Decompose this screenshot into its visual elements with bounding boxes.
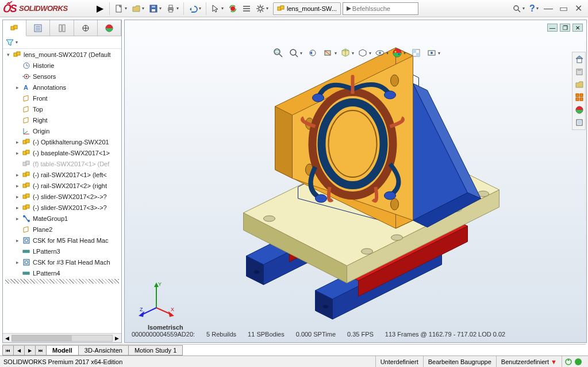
- options-button[interactable]: [240, 2, 253, 16]
- appearance-scene-icon[interactable]: [391, 46, 406, 60]
- view-orientation-icon[interactable]: [340, 46, 355, 60]
- tree-item[interactable]: ▸MateGroup1: [3, 213, 121, 224]
- tree-root[interactable]: ▾lens_mount-SWX2017 (Default: [3, 49, 121, 60]
- tree-item[interactable]: ▸AAnnotations: [3, 82, 121, 93]
- save-button[interactable]: [147, 2, 163, 16]
- tree-item[interactable]: Top: [3, 104, 121, 114]
- svg-rect-66: [26, 205, 29, 208]
- part-icon: [22, 192, 31, 201]
- svg-point-134: [391, 75, 399, 86]
- tree-item[interactable]: Sensors: [3, 71, 121, 82]
- taskpane-appearance-icon[interactable]: [574, 104, 585, 116]
- svg-rect-12: [243, 6, 250, 7]
- graphics-viewport[interactable]: — ❐ ✕: [124, 20, 587, 343]
- tree-item[interactable]: Plane2: [3, 224, 121, 235]
- close-button[interactable]: ✕: [571, 2, 586, 16]
- fm-tab-tree[interactable]: [3, 20, 26, 36]
- undo-button[interactable]: [187, 2, 203, 16]
- zoom-area-icon[interactable]: [288, 46, 303, 60]
- document-tab[interactable]: lens_mount-SW...: [273, 2, 341, 15]
- tree-item[interactable]: ▸CSK for M5 Flat Head Mac: [3, 235, 121, 246]
- tab-nav-last[interactable]: ⏭: [35, 345, 47, 355]
- status-flag-icon[interactable]: [574, 358, 582, 366]
- display-style-icon[interactable]: [357, 46, 372, 60]
- tree-item[interactable]: ▸CSK for #3 Flat Head Mach: [3, 257, 121, 267]
- tree-item[interactable]: ▸(-) baseplate-SWX2017<1>: [3, 147, 121, 158]
- expand-menu-button[interactable]: ▶: [94, 2, 106, 16]
- tree-item[interactable]: LPattern4: [3, 267, 121, 278]
- previous-view-icon[interactable]: [305, 46, 320, 60]
- new-button[interactable]: [113, 2, 129, 16]
- fm-tab-config[interactable]: [50, 20, 74, 36]
- zoom-fit-icon[interactable]: [271, 46, 286, 60]
- tree-item[interactable]: ▸(-) rail-SWX2017<2> (right: [3, 180, 121, 191]
- status-sptime: 0.000 SPTime: [296, 331, 336, 338]
- tree-item[interactable]: (f) table-SWX2017<1> (Def: [3, 158, 121, 169]
- view-label: Isometrisch: [148, 324, 183, 331]
- tree-item[interactable]: ▸(-) Optikhalterung-SWX201: [3, 136, 121, 147]
- fm-tab-dim[interactable]: [74, 20, 98, 36]
- minimize-button[interactable]: —: [541, 2, 556, 16]
- bottom-tab-modell[interactable]: Modell: [46, 345, 79, 355]
- svg-rect-25: [280, 6, 284, 9]
- svg-rect-62: [26, 183, 29, 186]
- taskpane-view-icon[interactable]: [574, 91, 585, 103]
- command-search-input[interactable]: [352, 5, 416, 12]
- tree-item[interactable]: Historie: [3, 60, 121, 71]
- settings-button[interactable]: [254, 2, 270, 16]
- svg-line-80: [279, 54, 282, 57]
- tree-item[interactable]: ▸(-) slider-SWX2017<2>->?: [3, 191, 121, 202]
- fm-tab-property[interactable]: [26, 20, 50, 36]
- status-rebuild-icon[interactable]: [564, 358, 572, 366]
- orientation-triad[interactable]: Y X Z: [136, 279, 176, 319]
- tree-item[interactable]: ▸(-) slider-SWX2017<3>->?: [3, 202, 121, 213]
- tree-item[interactable]: ▸(-) rail-SWX2017<1> (left<: [3, 169, 121, 180]
- tree-item[interactable]: LPattern3: [3, 246, 121, 257]
- feature-manager-panel: ▾ ▾lens_mount-SWX2017 (DefaultHistorieSe…: [2, 20, 122, 343]
- open-button[interactable]: [130, 2, 146, 16]
- section-view-icon[interactable]: [322, 46, 337, 60]
- svg-rect-60: [26, 172, 29, 175]
- rebuild-button[interactable]: [226, 2, 239, 16]
- command-search[interactable]: [343, 2, 418, 15]
- bottom-tab-3d[interactable]: 3D-Ansichten: [78, 345, 129, 355]
- task-pane: [572, 52, 586, 130]
- taskpane-home-icon[interactable]: [574, 53, 585, 65]
- tree-item[interactable]: Front: [3, 93, 121, 104]
- maximize-button[interactable]: ▭: [556, 2, 571, 16]
- bottom-tab-motion[interactable]: Motion Study 1: [128, 345, 183, 355]
- plane-icon: [22, 94, 31, 103]
- svg-point-106: [254, 270, 260, 274]
- app-logo: ỐS SOLIDWORKS: [2, 2, 93, 16]
- feature-tree[interactable]: ▾lens_mount-SWX2017 (DefaultHistorieSens…: [3, 49, 121, 333]
- fm-tab-appearance[interactable]: [98, 20, 121, 36]
- svg-point-10: [230, 6, 235, 11]
- main-search-button[interactable]: [510, 2, 526, 16]
- filter-icon[interactable]: [5, 38, 14, 47]
- svg-point-99: [431, 52, 433, 54]
- tab-nav-prev[interactable]: ◀: [13, 345, 25, 355]
- taskpane-custom-icon[interactable]: [574, 117, 585, 128]
- view-settings-icon[interactable]: [409, 46, 424, 60]
- svg-marker-8: [190, 7, 191, 11]
- print-button[interactable]: [164, 2, 180, 16]
- status-units[interactable]: Benutzerdefiniert ▼: [496, 356, 562, 367]
- status-edit-mode: Bearbeiten Baugruppe: [423, 356, 496, 367]
- select-button[interactable]: [209, 2, 225, 16]
- render-icon[interactable]: [426, 46, 441, 60]
- help-button[interactable]: ?: [528, 2, 540, 16]
- tab-nav-first[interactable]: ⏮: [2, 345, 14, 355]
- tab-nav-next[interactable]: ▶: [24, 345, 36, 355]
- tree-item[interactable]: Right: [3, 114, 121, 125]
- taskpane-library-icon[interactable]: [574, 66, 585, 78]
- assembly-icon: [13, 50, 22, 59]
- tree-item[interactable]: Origin: [3, 125, 121, 136]
- hide-show-icon[interactable]: [374, 46, 389, 60]
- part-icon: [22, 170, 31, 179]
- window-controls: — ▭ ✕: [541, 2, 586, 16]
- plane-icon: [22, 225, 31, 234]
- tree-scrollbar[interactable]: ◀▶: [3, 333, 121, 342]
- svg-rect-30: [14, 25, 17, 29]
- taskpane-explorer-icon[interactable]: [574, 79, 585, 90]
- svg-rect-162: [578, 121, 581, 124]
